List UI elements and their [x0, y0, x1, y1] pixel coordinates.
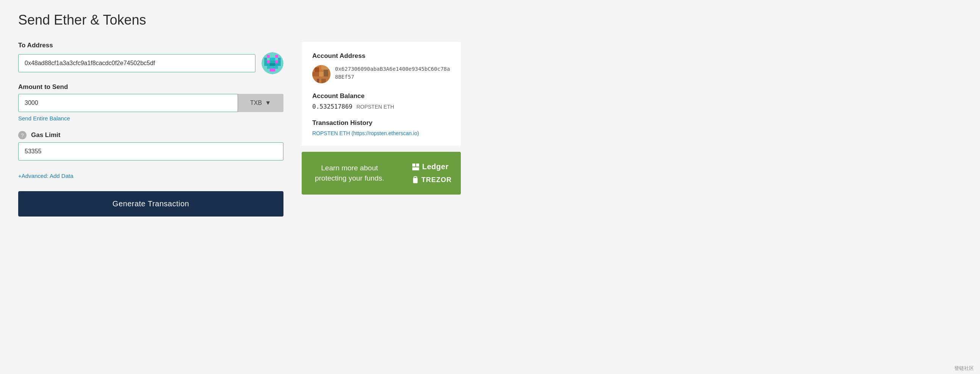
account-balance-number: 0.532517869	[312, 103, 352, 110]
gas-limit-label-row: ? Gas Limit	[18, 131, 283, 139]
svg-rect-12	[272, 69, 275, 71]
dropdown-chevron-icon: ▼	[265, 100, 271, 106]
trezor-icon	[412, 176, 419, 184]
svg-rect-17	[319, 72, 324, 76]
ledger-logo: Ledger	[412, 162, 449, 171]
svg-rect-14	[315, 67, 319, 72]
to-address-input[interactable]	[18, 54, 255, 72]
svg-rect-15	[321, 65, 328, 70]
token-select-button[interactable]: TXB ▼	[238, 94, 283, 112]
svg-rect-8	[275, 60, 278, 63]
token-label: TXB	[250, 100, 262, 106]
account-balance-row: 0.532517869 ROPSTEN ETH	[312, 103, 450, 110]
amount-group: Amount to Send TXB ▼ Send Entire Balance	[18, 83, 283, 122]
ad-logos: Ledger TREZOR	[412, 162, 452, 184]
send-entire-balance-link[interactable]: Send Entire Balance	[18, 115, 70, 122]
svg-rect-22	[412, 163, 415, 166]
gas-limit-input[interactable]	[18, 142, 283, 160]
page-title: Send Ether & Tokens	[18, 12, 512, 28]
account-address-row: 0x627306090abaB3A6e1400e9345bC60c78a8BEf…	[312, 65, 450, 83]
gas-limit-group: ? Gas Limit	[18, 131, 283, 160]
account-balance-label: Account Balance	[312, 92, 450, 100]
svg-rect-1	[267, 55, 270, 57]
bottom-bar: 登链社区	[948, 363, 980, 374]
svg-rect-3	[264, 58, 267, 60]
svg-rect-18	[324, 70, 328, 76]
to-address-label: To Address	[18, 42, 283, 49]
trezor-logo: TREZOR	[412, 176, 452, 184]
svg-rect-16	[312, 72, 319, 76]
send-form: To Address	[18, 42, 283, 217]
svg-rect-5	[278, 58, 281, 60]
transaction-history-label: Transaction History	[312, 119, 450, 127]
svg-rect-20	[317, 79, 319, 83]
amount-input-row: TXB ▼	[18, 94, 283, 112]
recipient-avatar	[261, 52, 283, 74]
svg-rect-24	[416, 163, 419, 166]
account-avatar	[312, 65, 331, 83]
trezor-label: TREZOR	[422, 176, 452, 184]
svg-rect-11	[270, 69, 272, 71]
svg-rect-23	[412, 167, 419, 170]
gas-limit-label: Gas Limit	[31, 132, 60, 139]
advanced-data-link[interactable]: +Advanced: Add Data	[18, 173, 73, 179]
amount-input[interactable]	[18, 94, 238, 112]
svg-rect-7	[267, 60, 270, 63]
sidebar: Account Address	[302, 42, 461, 195]
transaction-history-link[interactable]: ROPSTEN ETH (https://ropsten.etherscan.i…	[312, 130, 419, 136]
gas-limit-help-icon[interactable]: ?	[18, 131, 27, 139]
svg-rect-10	[267, 66, 278, 68]
to-address-group: To Address	[18, 42, 283, 74]
svg-rect-2	[275, 55, 278, 57]
account-info-panel: Account Address	[302, 42, 461, 146]
generate-transaction-button[interactable]: Generate Transaction	[18, 191, 283, 217]
amount-label: Amount to Send	[18, 83, 283, 91]
svg-rect-9	[270, 63, 275, 66]
svg-rect-25	[413, 178, 418, 183]
svg-rect-21	[321, 79, 326, 83]
to-address-input-row	[18, 52, 283, 74]
ledger-icon	[412, 163, 420, 171]
account-address-value: 0x627306090abaB3A6e1400e9345bC60c78a8BEf…	[335, 65, 450, 81]
bottom-text: 登链社区	[954, 365, 974, 371]
account-address-label: Account Address	[312, 52, 450, 60]
ledger-label: Ledger	[422, 162, 449, 171]
svg-rect-4	[270, 58, 275, 60]
ad-text: Learn more about protecting your funds.	[311, 163, 388, 183]
hardware-wallet-ad[interactable]: Learn more about protecting your funds. …	[302, 152, 461, 195]
account-balance-unit: ROPSTEN ETH	[356, 104, 394, 110]
